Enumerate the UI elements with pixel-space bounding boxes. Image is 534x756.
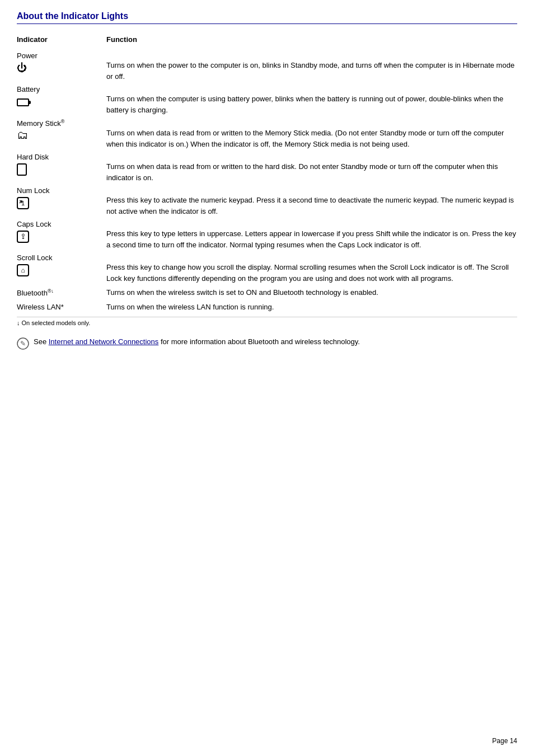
section-battery: Battery Turns on when the computer is us… (17, 85, 517, 115)
desc-bluetooth: Turns on when the wireless switch is set… (106, 287, 517, 298)
desc-scrolllock: Press this key to change how you scroll … (106, 262, 517, 284)
section-memorystick: Memory Stick® 🗂 Turns on when data is re… (17, 119, 517, 149)
desc-harddisk: Turns on when data is read from or writt… (106, 161, 517, 183)
icon-numlock: 1 (17, 195, 106, 209)
label-capslock: Caps Lock (17, 220, 517, 228)
footnote: ↓ On selected models only. (17, 317, 517, 326)
note-box: ✎ See Internet and Network Connections f… (17, 337, 517, 353)
note-icon: ✎ (17, 337, 29, 353)
section-harddisk: Hard Disk Turns on when data is read fro… (17, 153, 517, 183)
section-scrolllock: Scroll Lock ⌂ Press this key to change h… (17, 253, 517, 284)
label-wirelesslan: Wireless LAN* (17, 302, 106, 311)
row-memorystick: 🗂 Turns on when data is read from or wri… (17, 128, 517, 149)
icon-capslock: ⇪ (17, 228, 106, 243)
page-number: Page 14 (492, 737, 517, 745)
svg-text:⇪: ⇪ (20, 232, 26, 241)
note-link[interactable]: Internet and Network Connections (49, 337, 159, 346)
note-text-before: See (34, 337, 49, 346)
footnote-text: ↓ On selected models only. (17, 320, 90, 326)
row-capslock: ⇪ Press this key to type letters in uppe… (17, 228, 517, 250)
label-scrolllock: Scroll Lock (17, 253, 517, 262)
row-numlock: 1 Press this key to activate the numeric… (17, 195, 517, 217)
desc-wirelesslan: Turns on when the wireless LAN function … (106, 302, 517, 313)
section-bluetooth: Bluetooth®↓ Turns on when the wireless s… (17, 287, 517, 298)
desc-battery: Turns on when the computer is using batt… (106, 93, 517, 115)
col-indicator-header: Indicator (17, 35, 106, 44)
row-battery: Turns on when the computer is using batt… (17, 93, 517, 115)
icon-power (17, 60, 106, 74)
table-header: Indicator Function (17, 33, 517, 46)
row-power: Turns on when the power to the computer … (17, 60, 517, 82)
svg-rect-0 (17, 164, 26, 175)
svg-text:⌂: ⌂ (21, 266, 25, 274)
label-bluetooth: Bluetooth®↓ (17, 287, 106, 297)
section-power: Power Turns on when the power to the com… (17, 51, 517, 82)
note-text: See Internet and Network Connections for… (34, 337, 360, 346)
desc-numlock: Press this key to activate the numeric k… (106, 195, 517, 217)
label-harddisk: Hard Disk (17, 153, 517, 161)
label-numlock: Num Lock (17, 186, 517, 195)
section-capslock: Caps Lock ⇪ Press this key to type lette… (17, 220, 517, 250)
row-scrolllock: ⌂ Press this key to change how you scrol… (17, 262, 517, 284)
icon-battery (17, 93, 106, 107)
icon-scrolllock: ⌂ (17, 262, 106, 276)
page-title: About the Indicator Lights (17, 11, 517, 24)
row-harddisk: Turns on when data is read from or writt… (17, 161, 517, 183)
row-wirelesslan: Wireless LAN* Turns on when the wireless… (17, 302, 517, 313)
desc-memorystick: Turns on when data is read from or writt… (106, 128, 517, 149)
col-function-header: Function (106, 35, 137, 44)
section-wirelesslan: Wireless LAN* Turns on when the wireless… (17, 302, 517, 313)
label-power: Power (17, 51, 517, 60)
svg-text:✎: ✎ (20, 340, 26, 348)
desc-capslock: Press this key to type letters in upperc… (106, 228, 517, 250)
note-text-after: for more information about Bluetooth and… (158, 337, 360, 346)
row-bluetooth: Bluetooth®↓ Turns on when the wireless s… (17, 287, 517, 298)
desc-power: Turns on when the power to the computer … (106, 60, 517, 82)
label-memorystick: Memory Stick® (17, 119, 517, 128)
label-battery: Battery (17, 85, 517, 93)
icon-harddisk (17, 161, 106, 176)
section-numlock: Num Lock 1 Press this key to activate th… (17, 186, 517, 217)
icon-memorystick: 🗂 (17, 128, 106, 142)
